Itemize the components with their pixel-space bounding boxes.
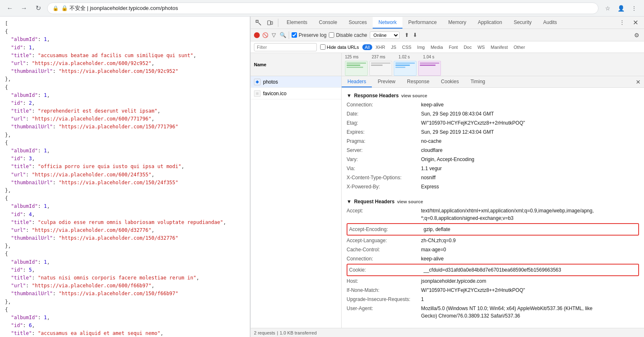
tab-console[interactable]: Console — [313, 17, 343, 29]
filter-img[interactable]: Img — [415, 44, 427, 50]
svg-marker-3 — [256, 80, 259, 84]
time-4: 1.04 s — [423, 55, 434, 59]
menu-button[interactable]: ⋮ — [629, 3, 639, 13]
network-row-photos[interactable]: photos — [251, 76, 341, 88]
filter-all[interactable]: All — [362, 44, 372, 50]
tab-more[interactable]: ⋮ — [615, 17, 629, 29]
address-bar[interactable]: 🔒 🔒 不安全 | jsonplaceholder.typicode.com/p… — [47, 2, 599, 14]
req-header-user-agent: User-Agent: Mozilla/5.0 (Windows NT 10.0… — [347, 304, 639, 320]
response-headers-title: ▼ Response Headers view source — [347, 90, 639, 100]
account-button[interactable]: 👤 — [616, 3, 626, 13]
header-vary: Vary: Origin, Accept-Encoding — [347, 155, 639, 164]
waterfall-thumbnails — [345, 61, 641, 76]
json-panel: [ { "albumId": 1, "id": 1, "title": "acc… — [0, 17, 250, 337]
back-button[interactable]: ← — [5, 3, 15, 13]
device-toolbar-button[interactable] — [265, 17, 275, 28]
req-header-accept-encoding-highlighted: Accept-Encoding: gzip, deflate — [347, 223, 639, 236]
req-header-if-none-match: If-None-Match: W/"105970-HCYFejK2YCxztz8… — [347, 286, 639, 295]
tab-performance[interactable]: Performance — [402, 17, 443, 29]
response-headers-section: ▼ Response Headers view source Connectio… — [342, 88, 644, 194]
record-button[interactable] — [254, 32, 260, 38]
stop-button[interactable]: 🚫 — [262, 32, 268, 38]
tab-response[interactable]: Response — [401, 76, 435, 87]
hide-data-urls-option[interactable]: Hide data URLs — [320, 44, 359, 50]
favicon-name: favicon.ico — [263, 91, 287, 96]
inspect-element-button[interactable] — [253, 17, 264, 28]
svg-rect-1 — [268, 21, 271, 25]
export-button[interactable]: ⬇ — [412, 32, 419, 39]
tab-sources[interactable]: Sources — [343, 17, 373, 29]
disable-cache-checkbox[interactable] — [329, 32, 334, 38]
req-header-cache-control: Cache-Control: max-age=0 — [347, 245, 639, 254]
svg-rect-2 — [271, 22, 273, 24]
requests-count: 2 requests — [254, 330, 275, 335]
tab-security[interactable]: Security — [508, 17, 537, 29]
transferred-size: 1.0 KB transferred — [280, 330, 316, 335]
req-header-cookie-highlighted: Cookie: __cfduid=d31afd0a0e84b8d7e6701be… — [347, 264, 639, 276]
req-header-upgrade: Upgrade-Insecure-Requests: 1 — [347, 295, 639, 304]
svg-rect-0 — [256, 20, 258, 22]
tab-network[interactable]: Network — [373, 17, 402, 29]
network-toolbar: 🚫 ▽ 🔍 Preserve log Disable cache Online … — [251, 29, 644, 41]
tab-application[interactable]: Application — [472, 17, 508, 29]
filter-doc[interactable]: Doc — [461, 44, 474, 50]
network-settings-button[interactable]: ⚙ — [632, 31, 641, 39]
thumb-3 — [394, 61, 417, 76]
refresh-button[interactable]: ↻ — [33, 3, 43, 13]
throttle-select[interactable]: Online Fast 3G Slow 3G Offline — [370, 31, 400, 39]
time-3: 1.02 s — [399, 55, 410, 59]
devtools-close-button[interactable]: ✕ — [630, 17, 642, 28]
photos-name: photos — [263, 79, 278, 85]
filter-other[interactable]: Other — [511, 44, 528, 50]
time-2: 237 ms — [372, 55, 385, 59]
filter-input[interactable] — [254, 43, 317, 51]
preserve-log-checkbox[interactable] — [292, 32, 297, 38]
forward-button[interactable]: → — [19, 3, 29, 13]
req-header-accept-language: Accept-Language: zh-CN,zh;q=0.9 — [347, 236, 639, 245]
req-header-accept: Accept: text/html,application/xhtml+xml,… — [347, 206, 639, 223]
filter-button[interactable]: ▽ — [271, 32, 277, 39]
header-connection: Connection: keep-alive — [347, 100, 639, 109]
tab-cookies[interactable]: Cookies — [435, 76, 464, 87]
header-expires: Expires: Sun, 29 Sep 2019 12:43:04 GMT — [347, 128, 639, 137]
filter-media[interactable]: Media — [428, 44, 445, 50]
devtools-top-toolbar: Elements Console Sources Network Perform… — [251, 17, 644, 29]
req-header-cookie: Cookie: __cfduid=d31afd0a0e84b8d7e6701be… — [349, 265, 637, 274]
filter-ws[interactable]: WS — [475, 44, 487, 50]
hide-data-urls-checkbox[interactable] — [320, 44, 326, 50]
filter-css[interactable]: CSS — [400, 44, 414, 50]
network-row-favicon[interactable]: favicon.ico — [251, 88, 341, 99]
tab-timing[interactable]: Timing — [464, 76, 491, 87]
thumb-4 — [418, 61, 441, 76]
import-button[interactable]: ⬆ — [404, 32, 410, 39]
svg-rect-5 — [256, 92, 259, 95]
tab-memory[interactable]: Memory — [443, 17, 472, 29]
filter-font[interactable]: Font — [446, 44, 460, 50]
network-content: photos favicon.ico Headers Preview Respo… — [251, 76, 644, 328]
bookmark-button[interactable]: ☆ — [603, 3, 613, 13]
header-date: Date: Sun, 29 Sep 2019 08:43:04 GMT — [347, 109, 639, 118]
status-bar: 2 requests | 1.0 KB transferred — [251, 328, 644, 337]
req-header-accept-encoding: Accept-Encoding: gzip, deflate — [349, 225, 637, 234]
tab-preview[interactable]: Preview — [372, 76, 401, 87]
disable-cache-option[interactable]: Disable cache — [329, 32, 367, 38]
name-panel: photos favicon.ico — [251, 76, 342, 328]
search-button[interactable]: 🔍 — [280, 32, 286, 39]
filter-manifest[interactable]: Manifest — [488, 44, 510, 50]
tab-elements[interactable]: Elements — [281, 17, 313, 29]
response-triangle: ▼ — [347, 93, 352, 99]
filter-xhr[interactable]: XHR — [373, 44, 388, 50]
header-xcto: X-Content-Type-Options: nosniff — [347, 173, 639, 182]
thumb-1 — [345, 61, 368, 76]
header-via: Via: 1.1 vegur — [347, 164, 639, 173]
filter-js[interactable]: JS — [388, 44, 399, 50]
request-view-source[interactable]: view source — [397, 199, 423, 204]
security-icon: 🔒 — [53, 5, 59, 11]
preserve-log-option[interactable]: Preserve log — [292, 32, 326, 38]
headers-close-button[interactable]: ✕ — [632, 77, 644, 87]
tab-audits[interactable]: Audits — [537, 17, 563, 29]
response-view-source[interactable]: view source — [401, 93, 427, 98]
name-column-header: Name — [251, 53, 342, 76]
header-server: Server: cloudflare — [347, 146, 639, 155]
tab-headers[interactable]: Headers — [342, 76, 372, 87]
